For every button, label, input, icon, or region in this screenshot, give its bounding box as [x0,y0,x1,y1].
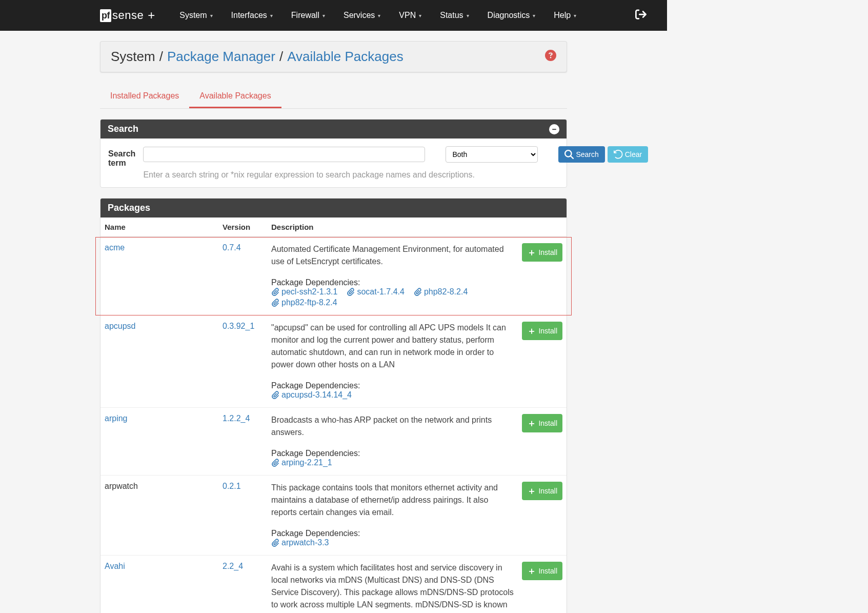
package-version: 1.2.2_4 [223,414,250,423]
install-button[interactable]: ＋Install [522,482,562,500]
package-dep-link[interactable]: php82-ftp-8.2.4 [271,298,337,307]
package-name: arpwatch [105,482,138,490]
chevron-down-icon: ▾ [533,13,535,18]
package-name-link[interactable]: arping [105,414,127,423]
package-dep-link[interactable]: arping-2.21_1 [271,458,332,467]
svg-rect-0 [552,129,556,130]
package-dep-link[interactable]: arpwatch-3.3 [271,538,329,547]
chevron-down-icon: ▾ [322,13,325,18]
breadcrumb-root: System [111,49,155,65]
nav-item-services[interactable]: Services▾ [334,11,390,20]
nav-item-diagnostics[interactable]: Diagnostics▾ [478,11,545,20]
package-deps-label: Package Dependencies: [271,529,514,538]
plus-icon: ＋ [527,325,536,337]
chevron-down-icon: ▾ [210,13,213,18]
plus-icon: ＋ [527,565,536,577]
logo[interactable]: pfsense+ [100,8,155,23]
breadcrumb: System / Package Manager / Available Pac… [100,41,567,72]
nav-item-help[interactable]: Help▾ [544,11,586,20]
nav-item-status[interactable]: Status▾ [431,11,478,20]
th-version: Version [218,217,267,237]
package-version: 2.2_4 [223,562,243,570]
search-panel-title: Search [108,124,138,134]
package-description: Automated Certificate Management Environ… [271,243,514,268]
packages-panel-title: Packages [108,203,150,213]
tabs: Installed Packages Available Packages [100,85,567,109]
plus-icon: ＋ [527,246,536,259]
package-version: 0.2.1 [223,482,241,490]
plus-icon: ＋ [527,417,536,429]
package-name-link[interactable]: acme [105,243,125,252]
plus-icon: ＋ [527,485,536,497]
search-scope-select[interactable]: Both [446,146,538,163]
chevron-down-icon: ▾ [467,13,469,18]
help-icon[interactable] [545,50,556,64]
package-deps-label: Package Dependencies: [271,449,514,458]
package-name-link[interactable]: Avahi [105,562,125,570]
logout-icon[interactable] [635,9,667,23]
clear-button[interactable]: Clear [608,146,648,163]
collapse-icon[interactable] [549,124,559,134]
install-button[interactable]: ＋Install [522,562,562,580]
search-term-label: Search term [108,146,135,168]
chevron-down-icon: ▾ [378,13,380,18]
package-dep-link[interactable]: pecl-ssh2-1.3.1 [271,287,337,296]
nav-item-system[interactable]: System▾ [170,11,221,20]
tab-available-packages[interactable]: Available Packages [189,85,281,108]
nav-item-firewall[interactable]: Firewall▾ [282,11,334,20]
search-input[interactable] [143,147,425,162]
package-description: This package contains tools that monitor… [271,482,514,519]
table-row: Avahi2.2_4Avahi is a system which facili… [100,556,567,614]
table-row: arping1.2.2_4Broadcasts a who-has ARP pa… [100,408,567,476]
th-description: Description [267,217,518,237]
package-version: 0.7.4 [223,243,241,252]
package-deps-label: Package Dependencies: [271,278,514,287]
install-button[interactable]: ＋Install [522,322,562,340]
chevron-down-icon: ▾ [574,13,576,18]
table-row: acme0.7.4Automated Certificate Managemen… [100,237,567,315]
package-deps-label: Package Dependencies: [271,381,514,390]
chevron-down-icon: ▾ [270,13,273,18]
package-description: Broadcasts a who-has ARP packet on the n… [271,414,514,439]
navbar: pfsense+ System▾Interfaces▾Firewall▾Serv… [0,0,667,31]
table-row: arpwatch0.2.1This package contains tools… [100,476,567,556]
th-name: Name [100,217,218,237]
tab-installed-packages[interactable]: Installed Packages [100,85,189,108]
install-button[interactable]: ＋Install [522,243,562,262]
breadcrumb-available-packages[interactable]: Available Packages [287,49,403,65]
breadcrumb-package-manager[interactable]: Package Manager [167,49,275,65]
package-version: 0.3.92_1 [223,322,254,330]
package-name-link[interactable]: apcupsd [105,322,136,330]
package-dep-link[interactable]: apcupsd-3.14.14_4 [271,390,352,400]
packages-panel: Packages Name Version Description acme0.… [100,198,567,613]
package-description: "apcupsd" can be used for controlling al… [271,322,514,371]
search-panel: Search Search term Both [100,119,567,188]
chevron-down-icon: ▾ [419,13,421,18]
nav-item-vpn[interactable]: VPN▾ [390,11,431,20]
search-button[interactable]: Search [558,146,604,163]
search-help-text: Enter a search string or *nix regular ex… [143,170,648,180]
table-row: apcupsd0.3.92_1"apcupsd" can be used for… [100,315,567,408]
nav-item-interfaces[interactable]: Interfaces▾ [222,11,282,20]
install-button[interactable]: ＋Install [522,414,562,432]
package-description: Avahi is a system which facilitates host… [271,562,514,613]
package-dep-link[interactable]: php82-8.2.4 [414,287,468,296]
package-dep-link[interactable]: socat-1.7.4.4 [347,287,405,296]
